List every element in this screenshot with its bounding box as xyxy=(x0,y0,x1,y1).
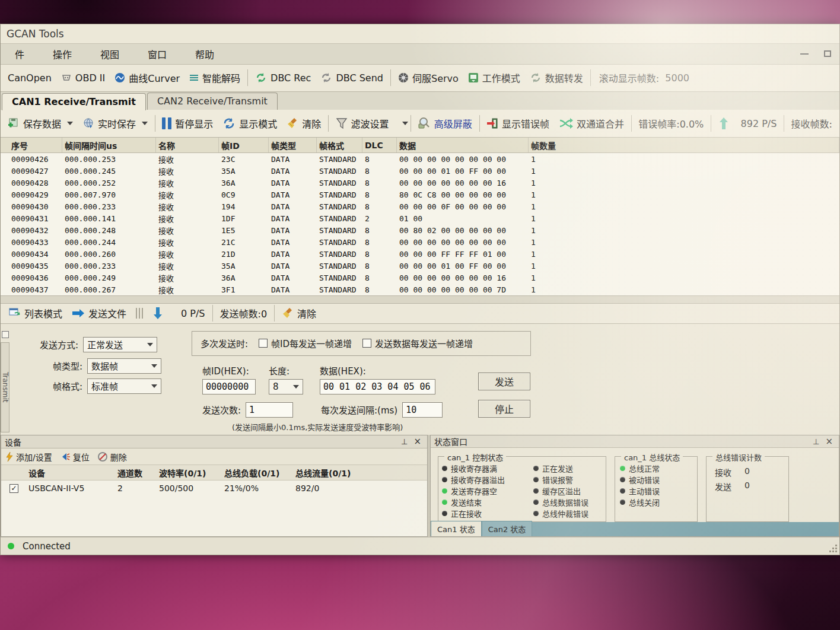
frame-format-select[interactable]: 标准帧 xyxy=(87,378,161,394)
send-count-input[interactable] xyxy=(246,402,293,418)
column-header[interactable]: 帧间隔时间us xyxy=(62,138,156,152)
status-bar: Connected xyxy=(1,537,839,555)
data-forward-button[interactable]: 数据转发 xyxy=(525,65,588,91)
transmit-toolbar: 列表模式 发送文件 0 P/S 发送帧数:0 清除 xyxy=(1,304,839,324)
toolbar-grip[interactable] xyxy=(136,308,143,319)
dbc-send-button[interactable]: DBC Send xyxy=(316,65,388,91)
led-icon xyxy=(533,511,539,516)
column-header[interactable]: 总线流量(0/1) xyxy=(292,467,427,479)
table-row[interactable]: 00090427000.000.245 接收35A DATASTANDARD 8… xyxy=(1,165,839,177)
device-checkbox[interactable] xyxy=(9,484,18,493)
menu-item[interactable]: 视图 xyxy=(86,44,133,64)
column-header[interactable]: 序号 xyxy=(9,138,62,152)
work-mode-button[interactable]: 工作模式 xyxy=(463,65,525,91)
inc-frame-id-checkbox[interactable] xyxy=(259,339,268,348)
filter-combo[interactable] xyxy=(394,122,408,125)
table-row[interactable]: 00090434000.000.260 接收21D DATASTANDARD 8… xyxy=(1,248,839,260)
column-header[interactable]: 帧数量 xyxy=(529,138,839,152)
tab-can1[interactable]: CAN1 Receive/Transmit xyxy=(2,93,146,110)
column-header[interactable]: 通道数 xyxy=(114,467,155,479)
maximize-icon[interactable] xyxy=(824,50,831,57)
pin-icon[interactable]: ⊥ xyxy=(813,437,819,446)
table-row[interactable]: 00090437000.000.267 接收3F1 DATASTANDARD 8… xyxy=(1,284,839,295)
send-button[interactable]: 发送 xyxy=(478,373,530,390)
stop-button[interactable]: 停止 xyxy=(478,400,530,418)
column-header[interactable]: 名称 xyxy=(156,138,219,152)
close-icon[interactable]: × xyxy=(413,437,421,446)
send-count-label: 发送次数: xyxy=(202,403,241,416)
led-icon xyxy=(533,499,539,505)
length-select[interactable]: 8 xyxy=(269,379,303,394)
device-row[interactable]: USBCAN-II-V5 2 500/500 21%/0% 892/0 xyxy=(1,481,427,496)
canopen-button[interactable]: CanOpen xyxy=(3,65,56,91)
resize-grip[interactable] xyxy=(829,544,837,552)
save-data-button[interactable]: 保存数据 xyxy=(3,110,78,138)
table-row[interactable]: 00090430000.000.233 接收194 DATASTANDARD 8… xyxy=(1,201,839,212)
frame-type-select[interactable]: 数据帧 xyxy=(87,358,161,374)
column-header[interactable]: DLC xyxy=(362,138,397,152)
list-mode-button[interactable]: 列表模式 xyxy=(4,304,67,323)
frame-id-hex-label: 帧ID(HEX): xyxy=(202,364,256,377)
table-row[interactable]: 00090428000.000.252 接收36A DATASTANDARD 8… xyxy=(1,177,839,189)
minimize-icon[interactable] xyxy=(800,53,809,55)
column-header[interactable]: 帧ID xyxy=(219,138,269,152)
inc-data-checkbox[interactable] xyxy=(362,339,371,348)
splitter-box[interactable] xyxy=(2,331,9,338)
column-header[interactable]: 波特率(0/1) xyxy=(155,467,221,479)
dbc-rec-button[interactable]: DBC Rec xyxy=(250,65,316,91)
table-row[interactable]: 00090432000.000.248 接收1E5 DATASTANDARD 8… xyxy=(1,224,839,236)
column-header[interactable]: 帧类型 xyxy=(269,138,317,152)
panel-divider xyxy=(1,295,839,304)
status-led-item: 总线仲裁错误 xyxy=(533,508,588,519)
lightning-icon xyxy=(6,452,13,462)
table-row[interactable]: 00090429000.007.970 接收0C9 DATASTANDARD 8… xyxy=(1,189,839,201)
data-hex-input[interactable] xyxy=(320,379,435,394)
column-header[interactable]: 数据 xyxy=(397,138,529,152)
tab-can2[interactable]: CAN2 Receive/Transmit xyxy=(147,93,278,110)
servo-button[interactable]: 伺服Servo xyxy=(393,65,463,91)
column-header[interactable]: 设备 xyxy=(25,467,114,479)
status-led-item: 接收寄存器满 xyxy=(442,463,531,474)
close-icon[interactable]: × xyxy=(825,437,833,446)
show-error-frames-button[interactable]: 显示错误帧 xyxy=(482,110,554,138)
merge-shuffle-icon xyxy=(559,117,573,129)
column-header[interactable]: 总线负载(0/1) xyxy=(221,467,292,479)
tab-can2-status[interactable]: Can2 状态 xyxy=(482,521,533,536)
pause-display-button[interactable]: 暂停显示 xyxy=(157,110,218,138)
menu-item[interactable]: 帮助 xyxy=(181,44,228,64)
decode-button[interactable]: 智能解码 xyxy=(184,65,245,91)
table-row[interactable]: 00090435000.000.233 接收35A DATASTANDARD 8… xyxy=(1,260,839,272)
reset-device-button[interactable]: 复位 xyxy=(61,451,90,463)
device-toolbar: 添加/设置 复位 删除 xyxy=(1,448,427,465)
chevron-down-icon[interactable] xyxy=(142,122,148,125)
tab-can1-status[interactable]: Can1 状态 xyxy=(431,521,482,536)
curve-button[interactable]: 曲线Curver xyxy=(110,65,184,91)
add-device-button[interactable]: 添加/设置 xyxy=(6,451,52,463)
clear-button[interactable]: 清除 xyxy=(282,110,326,138)
led-icon xyxy=(533,488,539,494)
send-file-button[interactable]: 发送文件 xyxy=(67,304,131,323)
table-row[interactable]: 00090433000.000.244 接收21C DATASTANDARD 8… xyxy=(1,236,839,248)
menu-item[interactable]: 窗口 xyxy=(133,44,181,64)
device-table-header: 设备 通道数 波特率(0/1) 总线负载(0/1) 总线流量(0/1) xyxy=(1,465,427,481)
filter-settings-button[interactable]: 滤波设置 xyxy=(331,110,394,138)
send-mode-select[interactable]: 正常发送 xyxy=(83,337,157,352)
interval-input[interactable] xyxy=(402,402,443,418)
table-row[interactable]: 00090431000.000.141 接收1DF DATASTANDARD 2… xyxy=(1,212,839,224)
menu-item[interactable]: 操作 xyxy=(39,44,86,64)
delete-device-button[interactable]: 删除 xyxy=(98,451,127,463)
table-row[interactable]: 00090426000.000.253 接收23C DATASTANDARD 8… xyxy=(1,153,839,165)
transmit-vertical-tab[interactable]: Transmit xyxy=(1,342,9,432)
column-header[interactable]: 帧格式 xyxy=(317,138,362,152)
dual-merge-button[interactable]: 双通道合并 xyxy=(554,110,629,138)
table-row[interactable]: 00090436000.000.249 接收36A DATASTANDARD 8… xyxy=(1,272,839,284)
advanced-mask-button[interactable]: 高级屏蔽 xyxy=(413,110,477,138)
menu-item[interactable]: 件 xyxy=(1,44,39,64)
pin-icon[interactable]: ⊥ xyxy=(401,437,408,446)
obd-button[interactable]: OBD II xyxy=(56,65,110,91)
realtime-save-button[interactable]: 实时保存 xyxy=(78,110,152,138)
chevron-down-icon[interactable] xyxy=(67,122,73,125)
frame-id-input[interactable] xyxy=(202,379,256,394)
transmit-clear-button[interactable]: 清除 xyxy=(277,304,321,323)
display-mode-button[interactable]: 显示模式 xyxy=(218,110,282,138)
